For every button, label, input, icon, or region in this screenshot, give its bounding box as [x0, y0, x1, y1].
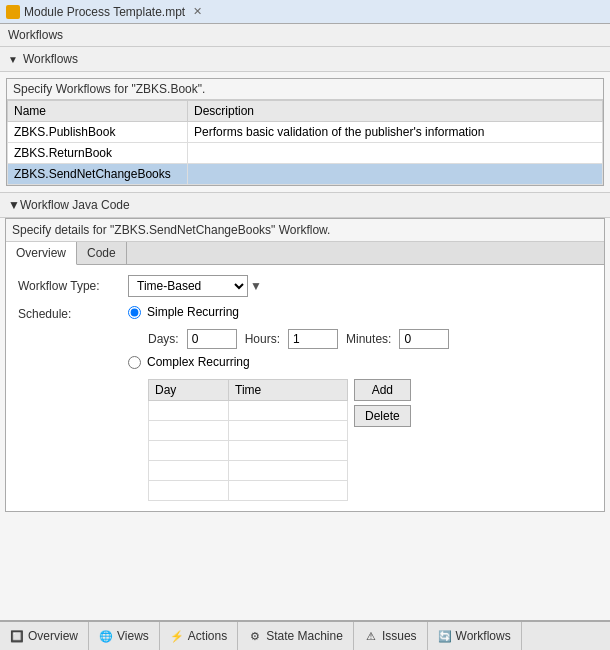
days-label: Days: [148, 332, 179, 346]
workflow-type-label: Workflow Type: [18, 279, 128, 293]
bottom-tabs: 🔲 Overview 🌐 Views ⚡ Actions ⚙ State Mac… [0, 620, 610, 650]
detail-tabs: Overview Code [6, 242, 604, 265]
bottom-tab-issues[interactable]: ⚠ Issues [354, 622, 428, 650]
dropdown-arrow-icon: ▼ [250, 279, 262, 293]
workflows-collapsible[interactable]: ▼ Workflows [0, 47, 610, 72]
workflows-icon: 🔄 [438, 629, 452, 643]
issues-icon: ⚠ [364, 629, 378, 643]
delete-button[interactable]: Delete [354, 405, 411, 427]
days-input[interactable] [187, 329, 237, 349]
bottom-tab-actions[interactable]: ⚡ Actions [160, 622, 238, 650]
actions-icon: ⚡ [170, 629, 184, 643]
table-row [149, 441, 348, 461]
table-row[interactable]: ZBKS.PublishBookPerforms basic validatio… [8, 122, 603, 143]
hours-input[interactable] [288, 329, 338, 349]
workflow-type-select[interactable]: Time-Based Event-Based Manual [128, 275, 248, 297]
detail-box-header: Specify details for "ZBKS.SendNetChangeB… [6, 219, 604, 242]
table-row[interactable]: ZBKS.SendNetChangeBooks [8, 164, 603, 185]
complex-col-time: Time [229, 380, 348, 401]
minutes-input[interactable] [399, 329, 449, 349]
bottom-tab-views[interactable]: 🌐 Views [89, 622, 160, 650]
close-button[interactable]: ✕ [193, 5, 202, 18]
workflows-table: Name Description ZBKS.PublishBookPerform… [7, 100, 603, 185]
bottom-tab-workflows[interactable]: 🔄 Workflows [428, 622, 522, 650]
bottom-tab-state-machine-label: State Machine [266, 629, 343, 643]
table-row [149, 481, 348, 501]
bottom-tab-issues-label: Issues [382, 629, 417, 643]
complex-recurring-radio[interactable] [128, 356, 141, 369]
section-header: Workflows [0, 24, 610, 47]
tab-code[interactable]: Code [77, 242, 127, 264]
workflows-box: Specify Workflows for "ZBKS.Book". Name … [6, 78, 604, 186]
table-row [149, 421, 348, 441]
simple-recurring-radio[interactable] [128, 306, 141, 319]
table-row[interactable]: ZBKS.ReturnBook [8, 143, 603, 164]
workflows-arrow: ▼ [8, 54, 18, 65]
state-machine-icon: ⚙ [248, 629, 262, 643]
add-button[interactable]: Add [354, 379, 411, 401]
complex-table-container: Day Time [148, 379, 449, 501]
bottom-tab-state-machine[interactable]: ⚙ State Machine [238, 622, 354, 650]
schedule-options: Simple Recurring Days: Hours: Minutes: [128, 305, 449, 501]
complex-table: Day Time [148, 379, 348, 501]
bottom-tab-actions-label: Actions [188, 629, 227, 643]
bottom-tab-workflows-label: Workflows [456, 629, 511, 643]
form-content: Workflow Type: Time-Based Event-Based Ma… [6, 265, 604, 511]
workflows-collapsible-label: Workflows [23, 52, 78, 66]
java-code-arrow: ▼ [8, 198, 20, 212]
java-code-label: Workflow Java Code [20, 198, 130, 212]
hours-label: Hours: [245, 332, 280, 346]
schedule-section: Schedule: Simple Recurring Days: Hours: … [18, 305, 592, 501]
schedule-inputs: Days: Hours: Minutes: [148, 329, 449, 349]
col-name: Name [8, 101, 188, 122]
title-bar: Module Process Template.mpt ✕ [0, 0, 610, 24]
workflow-type-row: Workflow Type: Time-Based Event-Based Ma… [18, 275, 592, 297]
workflow-java-code-collapsible[interactable]: ▼ Workflow Java Code [0, 192, 610, 218]
bottom-tab-overview[interactable]: 🔲 Overview [0, 622, 89, 650]
detail-box: Specify details for "ZBKS.SendNetChangeB… [5, 218, 605, 512]
complex-recurring-label: Complex Recurring [147, 355, 250, 369]
schedule-label: Schedule: [18, 305, 128, 321]
complex-col-day: Day [149, 380, 229, 401]
col-description: Description [188, 101, 603, 122]
table-row [149, 401, 348, 421]
workflows-box-header: Specify Workflows for "ZBKS.Book". [7, 79, 603, 100]
title-bar-text: Module Process Template.mpt [24, 5, 185, 19]
simple-recurring-row: Simple Recurring [128, 305, 449, 319]
minutes-label: Minutes: [346, 332, 391, 346]
bottom-tab-overview-label: Overview [28, 629, 78, 643]
bottom-tab-views-label: Views [117, 629, 149, 643]
overview-icon: 🔲 [10, 629, 24, 643]
module-icon [6, 5, 20, 19]
main-content: Workflows ▼ Workflows Specify Workflows … [0, 24, 610, 620]
complex-recurring-row: Complex Recurring [128, 355, 449, 369]
simple-recurring-label: Simple Recurring [147, 305, 239, 319]
table-row [149, 461, 348, 481]
views-icon: 🌐 [99, 629, 113, 643]
complex-section: Day Time [148, 375, 449, 501]
tab-overview[interactable]: Overview [6, 242, 77, 265]
complex-buttons: Add Delete [354, 379, 411, 427]
